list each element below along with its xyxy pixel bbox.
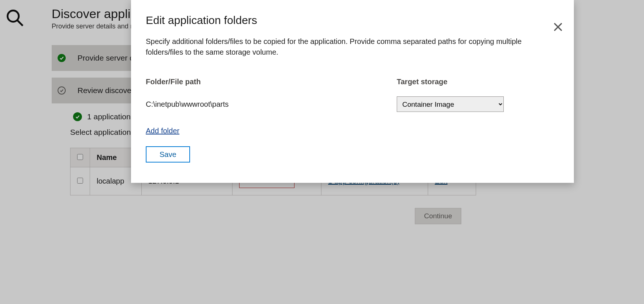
close-icon[interactable] [552,21,564,34]
target-storage-header: Target storage [397,78,515,86]
add-folder-link[interactable]: Add folder [146,127,179,135]
save-button[interactable]: Save [146,146,190,163]
edit-application-folders-modal: Edit application folders Specify additio… [131,0,574,183]
target-storage-select[interactable]: Container Image [397,96,504,112]
modal-title: Edit application folders [146,14,559,27]
folder-path-header: Folder/File path [146,78,397,86]
folder-path-value: C:\inetpub\wwwroot\parts [146,100,397,109]
modal-description: Specify additional folders/files to be c… [146,36,533,58]
